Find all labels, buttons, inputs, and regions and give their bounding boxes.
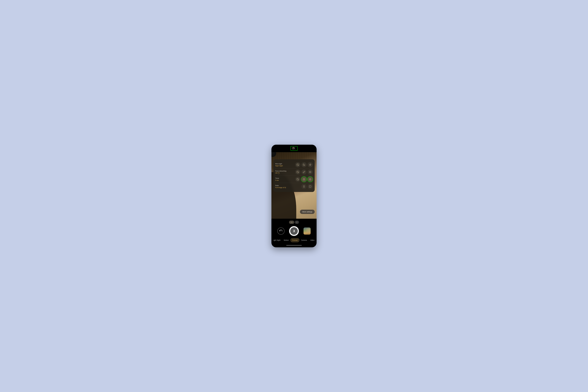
ratio-row: Ratio Full image (4:3) xyxy=(275,183,313,190)
gallery-thumb-image xyxy=(304,228,311,234)
timer-10sec-button[interactable]: 10 xyxy=(308,177,313,182)
home-indicator-bar xyxy=(286,245,302,246)
shutter-button[interactable]: 3 xyxy=(289,226,299,236)
mode-portrait[interactable]: Portrait xyxy=(290,238,299,242)
svg-point-11 xyxy=(310,172,311,172)
more-light-row: More light Night Sight xyxy=(275,161,313,168)
settings-pill[interactable]: ‸ xyxy=(290,146,298,151)
svg-point-5 xyxy=(304,164,304,164)
timer-row: Timer 3 sec 3 xyxy=(275,176,313,183)
ratio-title: Ratio xyxy=(275,184,301,186)
face-retouching-label: Face retouching Off ? xyxy=(275,170,295,174)
ratio-value: Full image (4:3) xyxy=(275,186,301,188)
timer-controls: 3 10 xyxy=(295,177,313,182)
svg-point-1 xyxy=(293,148,294,149)
svg-point-9 xyxy=(304,172,304,172)
timer-label: Timer 3 sec xyxy=(275,177,295,181)
svg-rect-20 xyxy=(304,186,304,188)
shutter-row: 3 xyxy=(272,226,316,236)
ratio-label: Ratio Full image (4:3) xyxy=(275,184,301,188)
more-light-label: More light Night Sight xyxy=(275,163,295,167)
svg-rect-21 xyxy=(309,186,311,188)
mode-bar: ight Sight Motion Portrait Camera Video xyxy=(272,238,316,244)
svg-line-4 xyxy=(297,164,299,166)
svg-point-10 xyxy=(309,171,311,173)
svg-line-8 xyxy=(297,171,299,173)
retouch-smooth-button[interactable] xyxy=(308,170,313,174)
timer-value: 3 sec xyxy=(275,179,295,181)
more-light-title: More light xyxy=(275,163,295,165)
top-bar: ‸ xyxy=(272,145,316,152)
viewfinder: More light Night Sight xyxy=(272,152,316,219)
ratio-controls xyxy=(301,184,313,189)
more-settings-button[interactable]: More settings xyxy=(300,210,315,214)
shutter-timer-count: 3 xyxy=(290,227,298,235)
chevron-up-icon: ‸ xyxy=(296,148,296,150)
face-retouching-title: Face retouching xyxy=(275,170,295,172)
flash-button[interactable] xyxy=(308,162,313,167)
svg-rect-0 xyxy=(292,148,294,149)
bottom-controls: 1× 2 3 ight Sight xyxy=(272,219,316,247)
zoom-1x-button[interactable]: 1× xyxy=(289,220,294,224)
face-retouching-controls xyxy=(295,170,313,174)
night-sight-button[interactable] xyxy=(301,162,306,167)
face-retouching-row: Face retouching Off ? xyxy=(275,168,313,176)
timer-title: Timer xyxy=(275,177,295,179)
phone-container: ‸ More light Night Sight xyxy=(272,145,316,247)
retouch-off-button[interactable] xyxy=(295,170,300,174)
zoom-controls: 1× 2 xyxy=(272,220,316,224)
svg-line-13 xyxy=(297,178,299,180)
mode-night-sight[interactable]: ight Sight xyxy=(272,238,282,242)
retouch-subtle-button[interactable] xyxy=(301,170,306,174)
camera-lens-decoration xyxy=(272,152,276,157)
more-light-controls xyxy=(295,162,313,167)
flash-off-button[interactable] xyxy=(295,162,300,167)
mode-video[interactable]: Video xyxy=(308,238,316,242)
timer-off-button[interactable] xyxy=(295,177,300,182)
home-indicator xyxy=(272,244,316,247)
svg-text:10: 10 xyxy=(310,179,311,180)
svg-text:3: 3 xyxy=(304,179,304,180)
mode-motion[interactable]: Motion xyxy=(282,238,290,242)
zoom-2x-button[interactable]: 2 xyxy=(295,220,299,224)
more-light-value: Night Sight xyxy=(275,165,295,167)
svg-point-2 xyxy=(294,148,294,148)
gallery-thumbnail[interactable] xyxy=(304,228,311,234)
help-icon[interactable]: ? xyxy=(278,172,280,174)
mode-camera[interactable]: Camera xyxy=(299,238,308,242)
ratio-43-button[interactable] xyxy=(301,184,306,189)
flip-camera-button[interactable] xyxy=(277,228,284,234)
face-retouching-value: Off ? xyxy=(275,172,295,174)
ratio-square-button[interactable] xyxy=(308,184,313,189)
timer-3sec-button[interactable]: 3 xyxy=(301,177,306,182)
camera-settings-icon xyxy=(292,147,295,150)
settings-panel: More light Night Sight xyxy=(273,159,315,192)
